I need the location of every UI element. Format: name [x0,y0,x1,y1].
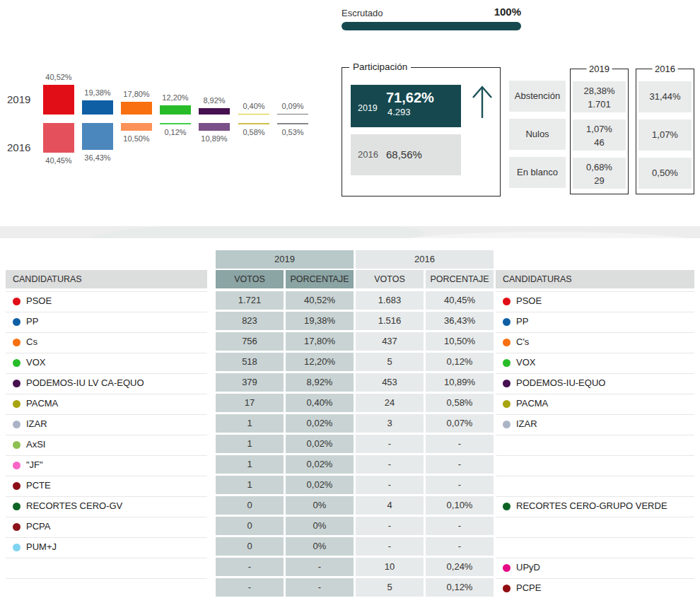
stats-2019-legend: 2019 [586,64,612,74]
stat-value: 28,38% [573,84,626,98]
party-color-dot [503,380,511,387]
party-color-dot [503,298,511,305]
votes-2016-cell: 4 [356,496,424,515]
party-color-dot [13,359,21,367]
chart-row-label-2016: 2016 [7,141,37,153]
votes-2016-cell: 1.683 [356,291,424,310]
percent-2016-cell: 0,10% [426,496,494,515]
candidate-cell-right: PACMA [496,394,694,412]
scrutiny-value: 100% [494,6,521,18]
chart-bar-2019 [238,114,269,115]
votes-2019-cell: 518 [216,353,284,371]
party-name: PCPE [516,579,541,597]
stat-value: 29 [573,174,626,187]
divider-shape [396,232,700,238]
porcentaje-2016-header: PORCENTAJE [426,270,494,288]
percent-2019-cell: 8,92% [286,373,354,392]
participation-2019-votes: 4.293 [387,107,411,117]
votes-2016-cell: - [356,435,424,453]
party-name: PSOE [26,292,52,310]
votes-2016-cell: 5 [356,578,424,597]
party-color-dot [503,339,511,346]
stat-value: 46 [573,136,626,149]
chart-bar-2016 [160,123,191,124]
chart-bar-label: 40,52% [27,72,91,82]
candidate-cell-left: RECORTES CERO-GV [6,496,207,515]
stat-2016-nulos: 1,07% [638,119,692,151]
participation-2016-box: 2016 68,56% [351,134,461,175]
divider-shape [92,226,425,238]
party-color-dot [13,503,21,510]
party-name: IZAR [516,415,537,433]
party-color-dot [13,421,21,428]
party-name: UPyD [516,558,540,577]
scrutiny-label: Escrutado [342,8,383,18]
stat-label-nulos: Nulos [509,119,566,150]
percent-2016-cell: - [426,476,494,494]
percent-2019-cell: 17,80% [286,332,354,351]
party-name: C's [516,333,529,351]
votes-2016-cell: 453 [356,373,424,392]
party-name: PODEMOS-IU-EQUO [516,374,605,392]
party-color-dot [13,544,21,551]
candidate-cell-left [6,558,207,576]
percent-2019-cell: 0,02% [286,455,354,474]
stat-value: 1.701 [573,98,626,111]
percent-2019-cell: 0,40% [286,394,354,412]
candidate-cell-left: PSOE [6,291,207,310]
percent-2016-cell: 0,58% [426,394,494,412]
party-color-dot [13,339,21,346]
results-bar-chart: 2019201640,52%19,38%17,80%12,20%8,92%0,4… [0,64,322,171]
participation-legend: Participación [349,61,411,72]
party-name: RECORTES CERO-GV [26,497,122,515]
candidate-cell-right: PP [496,312,694,330]
candidate-cell-right [496,435,694,453]
candidate-cell-left: VOX [6,353,207,371]
percent-2016-cell: 0,12% [426,353,494,371]
party-color-dot [13,462,21,469]
stat-2019-en-blanco: 0,68% 29 [573,158,626,189]
stat-label-en-blanco: En blanco [509,157,566,188]
candidate-cell-right: PSOE [496,291,694,310]
party-color-dot [503,503,511,510]
section-divider [0,226,700,238]
party-name: PUM+J [26,538,57,556]
candidate-cell-left: "JF" [6,455,207,474]
votes-2019-cell: 379 [216,373,284,392]
candidate-cell-right: VOX [496,353,694,371]
votes-2016-cell: 24 [356,394,424,412]
chart-bar-2019 [121,102,152,115]
votes-2019-cell: - [216,578,284,597]
candidate-cell-left: PCPA [6,517,207,535]
participation-2016-pct: 68,56% [386,148,422,160]
participation-2019-box: 2019 71,62% 4.293 [351,85,461,127]
party-name: IZAR [26,415,47,433]
votos-2016-header: VOTOS [356,270,424,288]
participation-panel: Participación 2019 71,62% 4.293 2016 68,… [342,67,501,197]
percent-2016-cell: 40,45% [426,291,494,310]
candidate-cell-left: Cs [6,332,207,351]
percent-2016-cell: 0,07% [426,414,494,433]
results-year-2019-header: 2019 [216,250,354,269]
party-color-dot [13,400,21,408]
percent-2019-cell: 0% [286,517,354,535]
candidate-cell-right: RECORTES CERO-GRUPO VERDE [496,496,694,515]
percent-2019-cell: - [286,578,354,597]
participation-2019-pct: 71,62% [386,90,434,106]
progress-bar [342,22,521,30]
percent-2016-cell: - [426,517,494,535]
percent-2019-cell: 0,02% [286,435,354,453]
party-color-dot [503,318,511,326]
party-name: VOX [516,353,535,372]
party-name: VOX [26,353,45,372]
arrow-up-icon [469,83,495,119]
percent-2019-cell: 0% [286,496,354,515]
party-color-dot [13,523,21,531]
percent-2016-cell: - [426,537,494,556]
party-color-dot [13,298,21,305]
votes-2019-cell: 823 [216,312,284,330]
stat-2016-abstencion: 31,44% [638,81,692,112]
candidate-cell-left: PODEMOS-IU LV CA-EQUO [6,373,207,392]
percent-2016-cell: 0,24% [426,558,494,576]
candidate-cell-right: C's [496,332,694,351]
